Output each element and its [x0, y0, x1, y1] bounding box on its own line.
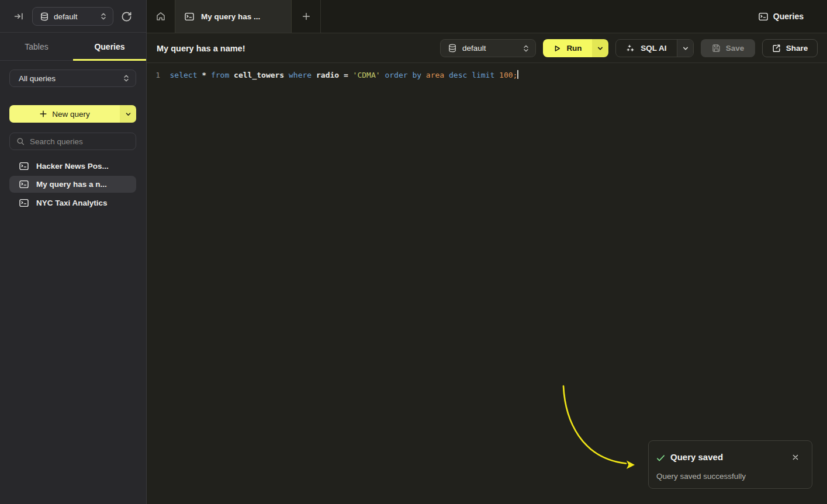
new-query-button[interactable]: New query [9, 105, 120, 123]
share-label: Share [786, 44, 808, 53]
saved-query-list: Hacker News Pos... My query has a n... N… [9, 158, 136, 213]
new-query-split-button: New query [9, 105, 136, 123]
run-label: Run [566, 44, 582, 53]
new-query-dropdown[interactable] [120, 105, 136, 123]
queries-indicator[interactable]: Queries [759, 0, 804, 33]
tab-queries[interactable]: Queries [73, 33, 146, 60]
line-number: 1 [147, 71, 160, 79]
toolbar-database-select[interactable]: default [440, 39, 536, 57]
sql-code: select * from cell_towers where radio = … [170, 70, 518, 79]
tab-queries-label: Queries [94, 42, 124, 51]
sql-token: area [426, 71, 449, 79]
sidebar-tabs: Tables Queries [0, 33, 146, 61]
sql-token: limit [472, 71, 499, 79]
sql-ai-button[interactable]: SQL AI [616, 40, 677, 57]
sql-token: desc [449, 71, 472, 79]
main-area: My query has ... Queries My query has a … [147, 0, 827, 504]
sql-editor[interactable]: 1 select * from cell_towers where radio … [147, 63, 827, 504]
save-icon [712, 44, 721, 53]
plus-icon [39, 110, 47, 118]
toast-message: Query saved successfully [656, 472, 746, 481]
query-item-label: NYC Taxi Analytics [36, 199, 108, 207]
tab-tables[interactable]: Tables [0, 33, 73, 60]
query-list-item[interactable]: NYC Taxi Analytics [9, 194, 136, 211]
collapse-sidebar-icon[interactable] [13, 11, 25, 22]
new-query-label: New query [52, 110, 90, 119]
chevron-updown-icon [123, 74, 130, 82]
toast-query-saved: Query saved Query saved successfully [648, 440, 812, 489]
sql-editor-line: 1 select * from cell_towers where radio … [147, 68, 518, 81]
query-item-label: Hacker News Pos... [36, 162, 109, 171]
sidebar-header: default [0, 0, 146, 33]
new-tab-button[interactable] [292, 0, 321, 33]
check-icon [656, 453, 666, 463]
sparkles-icon [626, 44, 635, 53]
query-title: My query has a name! [157, 33, 245, 63]
toolbar-database-value: default [462, 44, 517, 53]
play-icon [553, 44, 561, 53]
query-toolbar: My query has a name! default [147, 33, 827, 63]
query-list-item-selected[interactable]: My query has a n... [9, 176, 136, 193]
save-button[interactable]: Save [701, 39, 755, 57]
database-icon [448, 44, 456, 53]
sql-token: cell_towers [234, 71, 289, 79]
editor-tab-active[interactable]: My query has ... [175, 0, 292, 33]
tab-tables-label: Tables [25, 42, 48, 51]
home-button[interactable] [147, 0, 175, 33]
terminal-icon [185, 12, 194, 21]
search-queries-box [9, 133, 136, 150]
sql-token: 'CDMA' [353, 71, 385, 79]
sql-ai-label: SQL AI [641, 44, 666, 53]
sql-token: radio [316, 71, 344, 79]
queries-indicator-label: Queries [773, 12, 804, 21]
sql-token: order [385, 71, 412, 79]
terminal-icon [19, 162, 29, 171]
terminal-icon [19, 199, 29, 207]
search-queries-input[interactable] [30, 137, 130, 146]
save-label: Save [726, 44, 745, 53]
sql-token: where [289, 71, 316, 79]
sidebar-database-value: default [54, 12, 95, 21]
run-split-button: Run [543, 39, 608, 57]
terminal-icon [19, 180, 29, 189]
sql-ai-dropdown[interactable] [677, 40, 693, 57]
sql-ai-split-button: SQL AI [615, 39, 694, 57]
sql-token: 100; [499, 71, 517, 79]
terminal-icon [759, 12, 768, 21]
share-button[interactable]: Share [762, 39, 818, 57]
toast-title: Query saved [670, 452, 723, 462]
chevron-down-icon [125, 111, 132, 117]
chevron-down-icon [597, 45, 604, 52]
toolbar-actions: default Run [440, 39, 818, 57]
chevron-down-icon [682, 45, 689, 52]
close-icon[interactable] [791, 453, 800, 461]
run-options-dropdown[interactable] [592, 39, 608, 57]
run-button[interactable]: Run [543, 39, 592, 57]
sql-token: = [344, 71, 353, 79]
sql-token: * [202, 71, 211, 79]
share-icon [772, 44, 781, 53]
editor-tabbar: My query has ... Queries [147, 0, 827, 33]
database-icon [40, 12, 49, 21]
refresh-icon[interactable] [120, 11, 133, 23]
text-cursor [517, 70, 518, 79]
query-filter-select[interactable]: All queries [9, 69, 136, 87]
plus-icon [302, 12, 311, 21]
query-item-label: My query has a n... [36, 180, 107, 189]
home-icon [155, 11, 166, 22]
sql-token: from [211, 71, 234, 79]
search-icon [16, 137, 25, 145]
sidebar-database-select[interactable]: default [32, 7, 113, 26]
query-list-item[interactable]: Hacker News Pos... [9, 158, 136, 175]
query-filter-value: All queries [19, 74, 123, 83]
editor-tab-label: My query has ... [201, 12, 260, 21]
chevron-updown-icon [523, 44, 530, 53]
chevron-updown-icon [100, 12, 107, 20]
sql-token: select [170, 71, 202, 79]
sql-token: by [412, 71, 425, 79]
sidebar: default Tables Queries All queries [0, 0, 147, 504]
